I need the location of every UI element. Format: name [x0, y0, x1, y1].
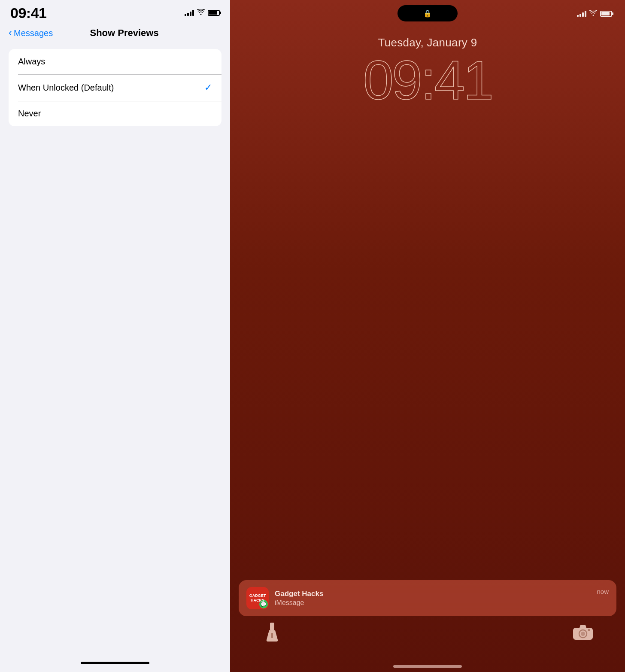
camera-icon — [573, 624, 593, 645]
wifi-icon-left — [197, 9, 205, 17]
notif-app-name: Gadget Hacks — [275, 590, 591, 598]
page-title: Show Previews — [90, 27, 158, 39]
svg-point-5 — [588, 629, 590, 631]
notif-time: now — [597, 588, 609, 595]
back-chevron-icon: ‹ — [9, 27, 12, 38]
time-display-left: 09:41 — [10, 5, 46, 21]
notif-app-icon-text: GADGETHACKS — [249, 593, 266, 603]
option-when-unlocked-label: When Unlocked (Default) — [18, 83, 114, 93]
back-button[interactable]: ‹ Messages — [9, 28, 53, 38]
lock-screen-time: 09:41 — [230, 53, 625, 108]
nav-header: ‹ Messages Show Previews — [0, 23, 230, 46]
svg-point-4 — [581, 632, 585, 636]
battery-icon-right — [600, 11, 612, 17]
status-icons-right — [577, 10, 612, 18]
option-always-label: Always — [18, 57, 45, 67]
notif-app-icon: GADGETHACKS 💬 — [246, 587, 269, 609]
wifi-icon-right — [589, 10, 597, 18]
svg-rect-1 — [271, 633, 273, 638]
flashlight-icon — [266, 623, 279, 646]
notif-content: Gadget Hacks iMessage — [275, 590, 591, 607]
home-indicator-right — [393, 665, 462, 668]
back-label: Messages — [14, 28, 53, 38]
option-never-label: Never — [18, 109, 41, 119]
notification-banner[interactable]: GADGETHACKS 💬 Gadget Hacks iMessage now — [239, 580, 616, 616]
notif-message: iMessage — [275, 599, 591, 607]
home-indicator-left — [81, 662, 149, 664]
preview-options-card: Always When Unlocked (Default) ✓ Never — [9, 49, 221, 126]
option-always[interactable]: Always — [9, 49, 221, 74]
lock-screen-panel: 🔒 Tuesday, January 9 — [230, 0, 625, 672]
signal-icon-left — [185, 10, 194, 16]
status-bar-left: 09:41 — [0, 0, 230, 23]
option-never[interactable]: Never — [9, 101, 221, 126]
signal-icon-right — [577, 11, 586, 17]
lock-icon: 🔒 — [423, 9, 432, 18]
dynamic-island: 🔒 — [397, 5, 458, 21]
flashlight-button[interactable] — [260, 622, 284, 646]
status-bar-right: 🔒 — [230, 0, 625, 24]
lock-screen-date: Tuesday, January 9 — [230, 36, 625, 49]
battery-icon-left — [208, 10, 220, 16]
svg-rect-0 — [270, 623, 274, 630]
lockscreen-actions — [230, 614, 625, 655]
option-when-unlocked[interactable]: When Unlocked (Default) ✓ — [9, 74, 221, 101]
settings-panel: 09:41 ‹ Messag — [0, 0, 230, 672]
status-icons-left — [185, 9, 220, 17]
camera-button[interactable] — [571, 622, 595, 646]
checkmark-icon: ✓ — [204, 82, 212, 93]
